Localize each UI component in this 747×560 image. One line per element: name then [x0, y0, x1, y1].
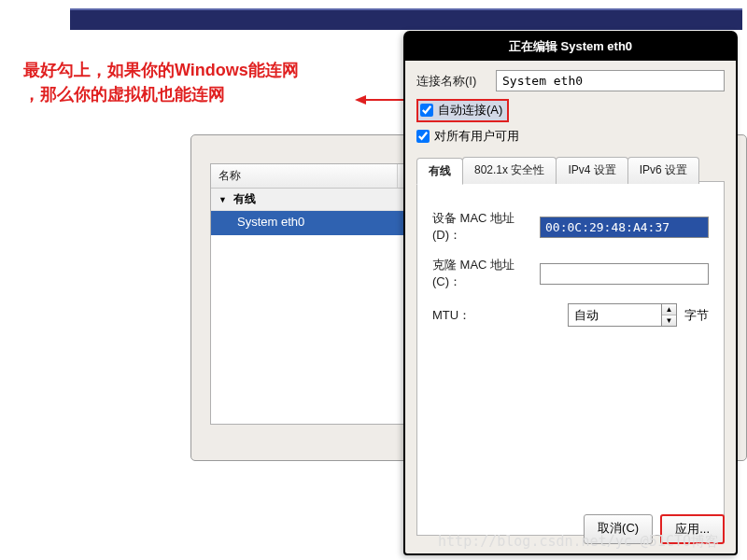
category-label: 有线 — [233, 192, 256, 205]
expand-icon: ▼ — [218, 195, 227, 204]
tab-wired-content: 设备 MAC 地址(D)： 克隆 MAC 地址(C)： MTU： 自动 ▲ ▼ — [417, 182, 724, 349]
mtu-stepper[interactable]: ▲ ▼ — [662, 303, 677, 327]
tab-ipv4[interactable]: IPv4 设置 — [556, 157, 627, 184]
annotation-text: 最好勾上，如果你的Windows能连网 ，那么你的虚拟机也能连网 — [23, 58, 388, 106]
device-mac-input[interactable] — [540, 217, 709, 238]
auto-connect-row: 自动连接(A) — [416, 99, 725, 122]
all-users-label[interactable]: 对所有用户可用 — [434, 128, 519, 145]
annotation-arrow — [355, 91, 411, 109]
apply-button[interactable]: 应用... — [660, 514, 725, 544]
auto-connect-highlight: 自动连接(A) — [416, 99, 509, 122]
all-users-checkbox[interactable] — [416, 130, 430, 143]
stepper-down-icon[interactable]: ▼ — [662, 315, 676, 326]
conn-name-label: 连接名称(I) — [416, 73, 496, 90]
cancel-button[interactable]: 取消(C) — [584, 514, 653, 544]
device-mac-label: 设备 MAC 地址(D)： — [432, 210, 540, 244]
mtu-row: MTU： 自动 ▲ ▼ 字节 — [432, 303, 709, 327]
dialog-titlebar[interactable]: 正在编辑 System eth0 — [405, 33, 736, 61]
mtu-unit: 字节 — [684, 307, 709, 324]
tab-security[interactable]: 802.1x 安全性 — [462, 157, 557, 184]
device-mac-row: 设备 MAC 地址(D)： — [432, 210, 709, 244]
svg-marker-1 — [355, 95, 366, 105]
item-name: System eth0 — [211, 211, 398, 235]
top-band — [70, 8, 742, 30]
tab-strip: 有线 802.1x 安全性 IPv4 设置 IPv6 设置 — [416, 157, 698, 184]
col-name[interactable]: 名称 — [211, 164, 398, 188]
all-users-row: 对所有用户可用 — [416, 128, 725, 145]
settings-notebook: 有线 802.1x 安全性 IPv4 设置 IPv6 设置 设备 MAC 地址(… — [416, 181, 725, 536]
annotation-line1: 最好勾上，如果你的Windows能连网 — [23, 61, 299, 79]
mtu-label: MTU： — [432, 307, 568, 324]
auto-connect-label[interactable]: 自动连接(A) — [438, 102, 502, 119]
stepper-up-icon[interactable]: ▲ — [662, 304, 676, 315]
clone-mac-row: 克隆 MAC 地址(C)： — [432, 257, 709, 290]
conn-name-row: 连接名称(I) — [416, 70, 725, 91]
mtu-spin-wrap: 自动 ▲ ▼ 字节 — [568, 303, 709, 327]
tab-ipv6[interactable]: IPv6 设置 — [627, 157, 699, 184]
edit-connection-dialog: 正在编辑 System eth0 连接名称(I) 自动连接(A) 对所有用户可用… — [403, 31, 738, 555]
auto-connect-checkbox[interactable] — [420, 104, 433, 117]
mtu-input[interactable]: 自动 — [568, 303, 662, 327]
clone-mac-input[interactable] — [540, 263, 709, 285]
clone-mac-label: 克隆 MAC 地址(C)： — [432, 257, 540, 290]
conn-name-input[interactable] — [496, 70, 725, 91]
annotation-line2: ，那么你的虚拟机也能连网 — [23, 85, 225, 104]
tab-wired[interactable]: 有线 — [416, 158, 463, 185]
dialog-button-bar: 取消(C) 应用... — [584, 514, 725, 544]
dialog-body: 连接名称(I) 自动连接(A) 对所有用户可用 有线 802.1x 安全性 IP… — [405, 61, 736, 543]
